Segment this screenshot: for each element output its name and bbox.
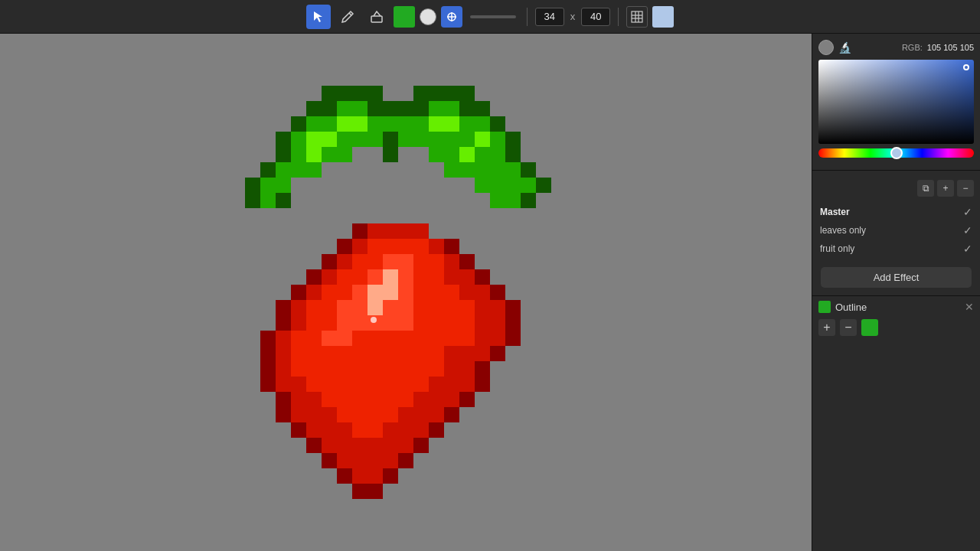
symmetry-tool-button[interactable] xyxy=(441,6,462,28)
draw-tool-button[interactable] xyxy=(335,5,360,29)
effect-outline-color-swatch[interactable] xyxy=(818,301,831,313)
effect-close-button[interactable]: ✕ xyxy=(965,301,974,313)
foreground-color[interactable] xyxy=(420,8,436,25)
layer-add-button[interactable]: + xyxy=(937,180,954,197)
svg-rect-4 xyxy=(632,11,642,22)
eyedropper-icon[interactable]: 🔬 xyxy=(838,41,851,54)
layer-copy-button[interactable]: ⧉ xyxy=(917,180,934,197)
pixel-art-canvas[interactable] xyxy=(230,86,582,499)
effect-color-large-swatch[interactable] xyxy=(861,319,878,336)
layer-check-leaves: ✓ xyxy=(963,224,972,236)
right-panel: 🔬 RGB: 105 105 105 ⧉ + − Master xyxy=(812,34,980,551)
layers-section: ⧉ + − Master ✓ leaves only ✓ fruit only … xyxy=(812,170,980,264)
color-picker-section: 🔬 RGB: 105 105 105 xyxy=(812,34,980,170)
layer-name-master: Master xyxy=(820,207,963,217)
layer-toolbar: ⧉ + − xyxy=(818,180,974,197)
rgb-label: RGB: xyxy=(902,43,923,52)
main-area: 🔬 RGB: 105 105 105 ⧉ + − Master xyxy=(0,34,980,551)
color-top-bar: 🔬 RGB: 105 105 105 xyxy=(818,40,974,55)
effect-remove-button[interactable]: − xyxy=(840,319,857,336)
slider-track[interactable] xyxy=(470,15,516,18)
layer-item-master[interactable]: Master ✓ xyxy=(818,203,974,221)
layer-name-leaves: leaves only xyxy=(820,225,963,236)
grid-toggle-button[interactable] xyxy=(626,6,648,28)
effect-outline-label: Outline xyxy=(835,302,960,313)
current-color-dot[interactable] xyxy=(818,40,834,55)
layer-remove-button[interactable]: − xyxy=(957,180,974,197)
effect-section: Outline ✕ + − xyxy=(812,295,980,342)
effect-add-button[interactable]: + xyxy=(818,319,835,336)
color-gradient-picker[interactable] xyxy=(818,60,974,144)
select-tool-button[interactable] xyxy=(306,5,331,29)
add-effect-button[interactable]: Add Effect xyxy=(821,267,972,288)
svg-rect-0 xyxy=(371,16,382,22)
layer-item-leaves[interactable]: leaves only ✓ xyxy=(818,221,974,240)
layer-check-fruit: ✓ xyxy=(963,243,972,255)
erase-tool-button[interactable] xyxy=(364,5,389,29)
preview-swatch[interactable] xyxy=(652,6,674,28)
layer-item-fruit[interactable]: fruit only ✓ xyxy=(818,240,974,258)
divider2 xyxy=(618,8,619,26)
layer-check-master: ✓ xyxy=(963,206,972,218)
gradient-indicator xyxy=(963,64,969,70)
divider xyxy=(527,8,528,26)
layer-name-fruit: fruit only xyxy=(820,243,963,254)
toolbar: 34 x 40 xyxy=(0,0,980,34)
effect-controls: + − xyxy=(818,319,974,336)
hue-bar[interactable] xyxy=(818,148,974,158)
effect-header-outline: Outline ✕ xyxy=(818,296,974,316)
rgb-values: 105 105 105 xyxy=(927,43,974,52)
coord-separator: x xyxy=(570,11,576,22)
hue-indicator xyxy=(890,147,903,159)
canvas-area[interactable] xyxy=(0,34,812,551)
coord-y-input[interactable]: 40 xyxy=(581,8,610,26)
color-fill-swatch[interactable] xyxy=(394,6,415,28)
coord-x-input[interactable]: 34 xyxy=(535,8,564,26)
